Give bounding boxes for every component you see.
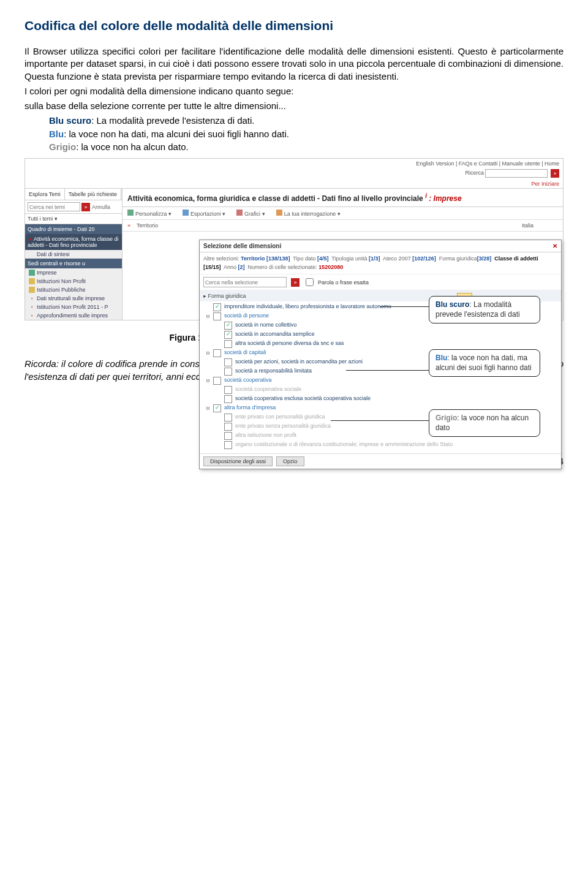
legend-blue-label: Blu (49, 129, 64, 139)
option-checkbox[interactable] (224, 423, 232, 431)
close-icon[interactable]: ✕ (552, 243, 557, 249)
exact-phrase-label: Parola o frase esatta (318, 279, 369, 286)
legend-grey-label: Grigio (49, 142, 76, 152)
territorio-label: Territorio (137, 222, 158, 229)
tab-tabelle-richieste[interactable]: Tabelle più richieste (65, 189, 121, 200)
tree-item-np2011[interactable]: ▫Istituzioni Non Profit 2011 - P (25, 303, 122, 311)
option-checkbox[interactable] (224, 386, 232, 394)
cube-icon (29, 278, 35, 284)
callout-connector (331, 420, 429, 421)
territorio-value[interactable]: Italia (522, 222, 533, 229)
callout-connector (346, 370, 429, 371)
tab-esplora-temi[interactable]: Esplora Temi (25, 189, 65, 200)
callout-connector (380, 306, 429, 307)
axis-marker-icon: » (127, 222, 130, 229)
option-checkbox[interactable] (213, 312, 221, 320)
option-label: società in accomandita semplice (234, 331, 557, 337)
tutti-temi-dropdown[interactable]: Tutti i temi ▾ (25, 214, 122, 224)
section-title: Codifica del colore delle modalità delle… (24, 18, 564, 33)
color-legend-list: Blu scuro: La modalità prevede l'esisten… (49, 115, 564, 153)
report-toolbar: Personalizza ▾ Esportazioni ▾ Grafici ▾ … (123, 207, 563, 220)
intro-paragraph-2: I colori per ogni modalità della dimensi… (24, 85, 564, 97)
tree-item-pubbliche[interactable]: Istituzioni Pubbliche (25, 286, 122, 294)
option-checkbox[interactable] (224, 368, 232, 376)
option-label: società cooperativa sociale (234, 386, 557, 392)
left-sidebar: Esplora Temi Tabelle più richieste » Ann… (25, 189, 123, 320)
query-icon (276, 210, 282, 216)
chart-icon (236, 210, 243, 216)
legend-grey-text: : la voce non ha alcun dato. (76, 142, 188, 152)
toolbar-grafici[interactable]: Grafici ▾ (236, 210, 265, 217)
global-search-go-button[interactable]: » (551, 169, 559, 178)
expand-toggle-icon[interactable]: ⊟ (205, 312, 211, 320)
search-label: Ricerca (465, 170, 484, 176)
option-row[interactable]: altra società di persone diversa da snc … (202, 339, 559, 349)
option-label: organo costituzionale o di rilevanza cos… (234, 441, 557, 447)
option-checkbox[interactable] (224, 358, 232, 366)
legend-blue-text: : la voce non ha dati, ma alcuni dei suo… (64, 129, 289, 139)
popup-search-go-button[interactable]: » (291, 278, 300, 287)
top-link-bar[interactable]: English Version | FAQs e Contatti | Manu… (25, 159, 563, 168)
global-search-input[interactable] (485, 169, 548, 178)
option-row[interactable]: ⊟società cooperativa (202, 376, 559, 385)
legend-dark-blue-text: : La modalità prevede l'esistenza di dat… (91, 115, 254, 126)
option-row[interactable]: società cooperativa sociale (202, 385, 559, 395)
cube-icon (29, 287, 35, 293)
option-checkbox[interactable]: ✓ (224, 331, 232, 339)
intro-paragraph-3: sulla base della selezione corrente per … (24, 100, 564, 112)
tree-item-strutturali[interactable]: ▫Dati strutturali sulle imprese (25, 294, 122, 303)
options-button[interactable]: Opzio (276, 456, 304, 466)
tree-item-nonprofit[interactable]: Istituzioni Non Profit (25, 277, 122, 286)
option-checkbox[interactable] (213, 377, 221, 385)
option-checkbox[interactable]: ✓ (224, 322, 232, 330)
cube-icon (29, 270, 35, 276)
layout-icon (127, 210, 134, 216)
axis-layout-button[interactable]: Disposizione degli assi (203, 456, 273, 466)
tree-group-sedi[interactable]: Sedi centrali e risorse u (25, 259, 122, 268)
popup-breadcrumb[interactable]: Altre selezioni: Territorio [138/138] Ti… (200, 252, 561, 274)
tree-item-approf[interactable]: ▫Approfondimenti sulle impres (25, 311, 122, 320)
callout-dark-blue: Blu scuro: La modalità prevede l'esisten… (429, 296, 540, 323)
callout-blue: Blu: la voce non ha dati, ma alcuni dei … (429, 349, 540, 377)
content-area: Attività economica, forma giuridica e cl… (123, 189, 563, 320)
toolbar-esportazioni[interactable]: Esportazioni ▾ (183, 210, 225, 217)
tree-item-imprese[interactable]: Imprese (25, 268, 122, 277)
tree-search-input[interactable] (28, 202, 80, 211)
popup-title: Selezione delle dimensioni (203, 243, 281, 249)
toolbar-personalizza[interactable]: Personalizza ▾ (127, 210, 172, 217)
option-label: società cooperativa (223, 377, 557, 383)
popup-search-input[interactable] (203, 277, 287, 287)
option-checkbox[interactable] (224, 414, 232, 422)
option-checkbox[interactable]: ✓ (213, 404, 221, 412)
intro-paragraph-1: Il Browser utilizza specifici colori per… (24, 45, 564, 83)
per-iniziare-link[interactable]: Per Iniziare (25, 181, 563, 189)
exact-phrase-checkbox[interactable] (306, 278, 314, 286)
option-row[interactable]: società cooperativa esclusa società coop… (202, 395, 559, 404)
breadcrumb-title: Attività economica, forma giuridica e cl… (123, 189, 563, 207)
option-checkbox[interactable] (224, 432, 232, 440)
legend-dark-blue-label: Blu scuro (49, 115, 91, 126)
expand-toggle-icon[interactable]: ⊟ (205, 404, 211, 412)
option-checkbox[interactable] (224, 340, 232, 348)
option-checkbox[interactable] (224, 395, 232, 403)
tree-search-go-button[interactable]: » (81, 203, 90, 211)
territorio-header-row: » Territorio Italia (123, 220, 563, 232)
callout-grey: Grigio: la voce non ha alcun dato (429, 409, 540, 437)
expand-toggle-icon[interactable]: ⊟ (205, 377, 211, 384)
screenshot-frame: English Version | FAQs e Contatti | Manu… (24, 158, 564, 320)
option-checkbox[interactable]: ✓ (213, 303, 221, 311)
option-checkbox[interactable] (213, 349, 221, 357)
option-label: società cooperativa esclusa società coop… (234, 395, 557, 401)
option-row[interactable]: organo costituzionale o di rilevanza cos… (202, 441, 559, 450)
toolbar-interrogazione[interactable]: La tua interrogazione ▾ (276, 210, 341, 217)
tree-group-quadro[interactable]: Quadro di insieme - Dati 20 (25, 224, 122, 234)
option-row[interactable]: ✓società in accomandita semplice (202, 330, 559, 339)
option-label: altra società di persone diversa da snc … (234, 340, 557, 346)
info-sup-icon[interactable]: i (425, 192, 427, 199)
option-checkbox[interactable] (224, 441, 232, 449)
expand-toggle-icon[interactable]: ⊟ (205, 349, 211, 357)
tree-search-cancel[interactable]: Annulla (92, 204, 110, 210)
export-icon (183, 210, 189, 216)
tree-group-attivita-selected[interactable]: ▸Attività economica, forma classe di add… (25, 234, 122, 250)
tree-item-sintesi[interactable]: Dati di sintesi (25, 250, 122, 259)
